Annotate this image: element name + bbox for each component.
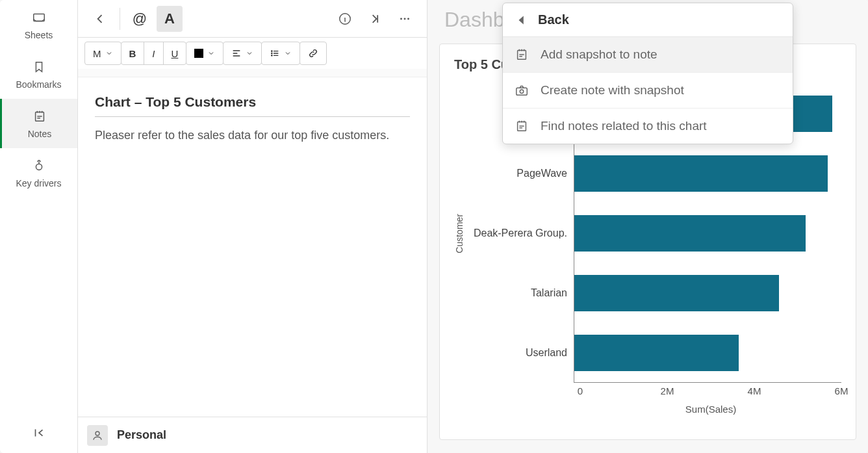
note-editor[interactable]: Chart – Top 5 Customers Pleaser refer to… xyxy=(78,77,427,417)
chart-category-label: PageWave xyxy=(470,144,567,203)
context-back-label: Back xyxy=(538,12,569,27)
y-axis-label: Customer xyxy=(454,214,465,253)
notes-toolbar-format: M B I U xyxy=(78,38,427,69)
chart-bar-row xyxy=(574,263,841,323)
collapse-sidebar-button[interactable] xyxy=(32,426,46,443)
chart-bar-row xyxy=(574,323,841,383)
link-icon xyxy=(308,48,318,58)
divider xyxy=(120,8,120,30)
info-icon xyxy=(338,12,352,26)
chevron-bar-right-icon xyxy=(368,12,381,25)
sidebar-label: Bookmarks xyxy=(16,79,61,90)
avatar[interactable] xyxy=(87,425,108,446)
svg-point-7 xyxy=(272,51,272,51)
sidebar-item-bookmarks[interactable]: Bookmarks xyxy=(0,49,77,99)
note-title: Chart – Top 5 Customers xyxy=(95,94,410,117)
align-select[interactable] xyxy=(223,42,261,64)
chevron-down-icon xyxy=(284,48,292,59)
link-button[interactable] xyxy=(300,42,326,64)
back-button[interactable] xyxy=(87,6,113,32)
chart-bar-row xyxy=(574,203,841,263)
svg-point-8 xyxy=(272,53,272,53)
sidebar-label: Key drivers xyxy=(16,178,61,188)
context-item-label: Create note with snapshot xyxy=(541,83,684,97)
chevron-left-icon xyxy=(94,12,107,25)
sidebar-item-notes[interactable]: Notes xyxy=(0,99,77,148)
sheets-icon xyxy=(32,10,46,25)
chart-x-tick: 4M xyxy=(748,385,761,396)
chart-bar xyxy=(574,275,779,311)
notes-panel: @ A M B xyxy=(78,0,428,453)
sidebar-item-sheets[interactable]: Sheets xyxy=(0,0,77,49)
mention-button[interactable]: @ xyxy=(127,6,153,32)
svg-rect-12 xyxy=(517,88,528,95)
chevron-down-icon xyxy=(246,48,253,59)
color-swatch xyxy=(194,49,203,58)
notes-toolbar-primary: @ A xyxy=(78,0,427,38)
color-select[interactable] xyxy=(186,42,223,64)
context-item-label: Find notes related to this chart xyxy=(541,119,707,133)
context-menu-find-notes[interactable]: Find notes related to this chart xyxy=(503,109,793,144)
key-drivers-icon xyxy=(32,159,46,173)
svg-point-2 xyxy=(36,164,42,170)
goto-end-button[interactable] xyxy=(362,6,388,32)
svg-point-10 xyxy=(96,432,99,435)
svg-point-9 xyxy=(272,55,272,56)
list-icon xyxy=(270,48,280,58)
chart-bar xyxy=(574,215,806,252)
chart-bar xyxy=(574,335,739,371)
underline-button[interactable]: U xyxy=(163,42,186,64)
caret-left-icon xyxy=(515,13,529,27)
bold-button[interactable]: B xyxy=(121,42,144,64)
snapshot-context-menu: Back Add snapshot to note Create note wi… xyxy=(502,3,793,144)
list-select[interactable] xyxy=(262,42,300,64)
more-horizontal-icon xyxy=(398,12,412,26)
sidebar-label: Notes xyxy=(28,129,52,139)
left-sidebar: Sheets Bookmarks Notes Key drivers xyxy=(0,0,78,453)
notes-footer: Personal xyxy=(78,417,427,453)
context-menu-add-snapshot[interactable]: Add snapshot to note xyxy=(503,37,793,73)
context-menu-create-note[interactable]: Create note with snapshot xyxy=(503,73,793,109)
svg-point-4 xyxy=(400,18,402,19)
context-menu-back[interactable]: Back xyxy=(503,3,793,37)
note-icon xyxy=(515,47,529,62)
chart-x-ticks: 02M4M6M xyxy=(580,383,841,398)
x-axis-label: Sum(Sales) xyxy=(580,404,841,415)
bookmark-icon xyxy=(32,60,46,74)
note-icon xyxy=(515,119,529,133)
chart-bar-row xyxy=(574,144,841,203)
svg-point-6 xyxy=(407,18,409,19)
italic-button[interactable]: I xyxy=(144,42,162,64)
chart-x-tick: 0 xyxy=(578,385,583,396)
chart-category-label: Deak-Perera Group. xyxy=(470,203,567,263)
chart-category-label: Userland xyxy=(470,323,567,383)
sidebar-item-key-drivers[interactable]: Key drivers xyxy=(0,148,77,198)
person-icon xyxy=(92,430,103,441)
chevron-down-icon xyxy=(105,48,113,59)
note-body-text: Pleaser refer to the sales data for our … xyxy=(95,129,410,142)
camera-icon xyxy=(515,83,529,97)
chart-category-label: Talarian xyxy=(470,263,567,323)
sidebar-label: Sheets xyxy=(25,30,53,40)
notes-icon xyxy=(32,109,47,123)
chevron-down-icon xyxy=(207,48,215,59)
more-button[interactable] xyxy=(392,6,418,32)
chart-x-tick: 2M xyxy=(661,385,674,396)
chart-bar xyxy=(574,155,828,192)
chart-x-tick: 6M xyxy=(835,385,849,396)
font-size-select[interactable]: M xyxy=(85,42,121,64)
align-left-icon xyxy=(231,48,242,58)
collapse-icon xyxy=(32,426,46,440)
svg-point-13 xyxy=(520,90,524,94)
font-size-label: M xyxy=(93,48,101,59)
text-style-button[interactable]: A xyxy=(157,6,183,32)
svg-point-5 xyxy=(404,18,406,19)
context-item-label: Add snapshot to note xyxy=(541,47,657,62)
footer-label: Personal xyxy=(117,428,166,442)
info-button[interactable] xyxy=(332,6,358,32)
